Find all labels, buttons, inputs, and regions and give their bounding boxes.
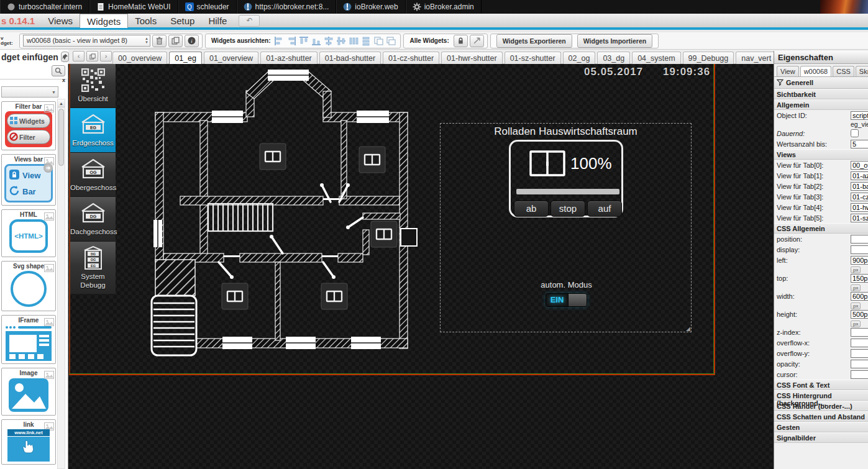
shutter-stop-button[interactable]: stop bbox=[550, 201, 585, 217]
widgets-export-button[interactable]: Widgets Exportieren bbox=[496, 34, 572, 48]
px-unit-button[interactable]: px bbox=[851, 321, 861, 327]
property-input[interactable] bbox=[851, 161, 868, 170]
widget-card-image[interactable]: Image bbox=[1, 368, 56, 416]
auto-mode-toggle[interactable]: EIN bbox=[546, 293, 587, 307]
property-input[interactable] bbox=[851, 360, 868, 368]
view-tab-01-cz-shutter[interactable]: 01-cz-shutter bbox=[383, 52, 439, 64]
properties-section[interactable]: CSS Schatten und Abstand bbox=[774, 411, 868, 422]
browser-tab[interactable]: Qschleuder bbox=[178, 0, 237, 14]
widget-card-link[interactable]: linkwww.link.net bbox=[1, 419, 56, 465]
menu-views[interactable]: Views bbox=[41, 14, 80, 28]
properties-tab-skript[interactable]: Skript bbox=[856, 66, 868, 76]
prev-view-button[interactable]: ‹ bbox=[73, 51, 85, 61]
properties-section[interactable]: Allgemein bbox=[774, 99, 868, 110]
floor-nav-dachgeschoss[interactable]: DGDachgeschoss bbox=[70, 197, 116, 241]
property-checkbox[interactable] bbox=[851, 129, 859, 137]
widgets-import-button[interactable]: Widgets Importieren bbox=[577, 34, 652, 48]
property-input[interactable] bbox=[851, 310, 868, 319]
properties-section[interactable]: Sichtbarkeit bbox=[774, 89, 868, 99]
pin-button[interactable] bbox=[61, 52, 69, 62]
properties-group-generell[interactable]: Generell bbox=[774, 77, 868, 89]
browser-tab[interactable]: HomeMatic WebUI bbox=[89, 0, 178, 14]
property-input[interactable] bbox=[851, 182, 868, 191]
property-input[interactable] bbox=[851, 370, 868, 379]
properties-section[interactable]: CSS Hintergrund (background-... bbox=[774, 390, 868, 401]
scrollbar-thumb[interactable] bbox=[58, 109, 64, 166]
px-unit-button[interactable]: px bbox=[851, 303, 861, 309]
properties-tab-view[interactable]: View bbox=[777, 66, 799, 76]
property-input[interactable] bbox=[851, 256, 868, 265]
align-bottom-icon[interactable] bbox=[311, 35, 322, 47]
view-tab-00_overview[interactable]: 00_overview bbox=[112, 52, 167, 64]
center-vertical-icon[interactable] bbox=[323, 35, 334, 47]
properties-section[interactable]: Views bbox=[774, 149, 868, 160]
properties-section[interactable]: CSS Font & Text bbox=[774, 380, 868, 390]
same-width-icon[interactable] bbox=[373, 35, 384, 47]
delete-widget-button[interactable] bbox=[152, 35, 167, 47]
widget-card-filter[interactable]: Filter barWidgetsFilter bbox=[1, 101, 56, 150]
widget-card-html[interactable]: HTML<HTML> bbox=[1, 209, 56, 257]
floorplan-shutter-button[interactable] bbox=[371, 221, 397, 247]
browser-tab[interactable]: https://iobroker.net:8... bbox=[237, 0, 337, 14]
menu-setup[interactable]: Setup bbox=[163, 14, 201, 28]
view-tab-01_eg[interactable]: 01_eg bbox=[169, 52, 202, 64]
copy-view-button[interactable] bbox=[86, 51, 98, 61]
distribute-vertical-icon[interactable] bbox=[360, 35, 372, 47]
view-tab-02_og[interactable]: 02_og bbox=[563, 52, 596, 64]
view-tab-01-az-shutter[interactable]: 01-az-shutter bbox=[260, 52, 318, 64]
property-input[interactable] bbox=[851, 171, 868, 180]
align-top-icon[interactable] bbox=[298, 35, 309, 47]
view-tab-01-hwr-shutter[interactable]: 01-hwr-shutter bbox=[441, 52, 503, 64]
view-tab-03_dg[interactable]: 03_dg bbox=[597, 52, 630, 64]
same-height-icon[interactable] bbox=[385, 35, 396, 47]
floorplan-shutter-button[interactable] bbox=[321, 283, 347, 309]
floorplan-shutter-button[interactable] bbox=[222, 283, 248, 309]
shutter-progress-bar[interactable] bbox=[516, 189, 619, 194]
floor-nav-obergeschoss[interactable]: OGObergeschoss bbox=[70, 153, 116, 197]
undo-button[interactable]: ↶ bbox=[239, 15, 260, 27]
widget-card-svg[interactable]: Svg shape bbox=[1, 261, 56, 311]
floor-nav-system-debugg[interactable]: DGOGEGSystemDebugg bbox=[70, 242, 116, 295]
all-widgets-external-button[interactable] bbox=[470, 35, 484, 47]
center-horizontal-icon[interactable] bbox=[336, 35, 347, 47]
property-input[interactable] bbox=[851, 292, 868, 301]
resize-handle[interactable]: ◢ bbox=[686, 326, 690, 332]
browser-tab[interactable]: ioBroker.web bbox=[336, 0, 405, 14]
properties-section[interactable]: CSS Allgemein bbox=[774, 223, 868, 234]
browser-tab[interactable]: turboschalter.intern bbox=[0, 0, 89, 14]
all-widgets-lock-button[interactable] bbox=[454, 35, 468, 47]
property-input[interactable] bbox=[851, 214, 868, 222]
view-tab-01-bad-shutter[interactable]: 01-bad-shutter bbox=[319, 52, 381, 64]
view-tab-nav_vert[interactable]: nav_vert bbox=[736, 52, 777, 64]
floor-nav-übersicht[interactable]: Übersicht bbox=[70, 64, 116, 108]
copy-widget-button[interactable] bbox=[168, 35, 183, 47]
browser-tab[interactable]: ioBroker.admin bbox=[406, 0, 482, 14]
search-button[interactable] bbox=[52, 65, 65, 76]
scroll-up-icon[interactable]: ▲ bbox=[58, 99, 65, 107]
floorplan-shutter-button[interactable] bbox=[359, 147, 385, 173]
property-input[interactable] bbox=[851, 111, 868, 120]
view-tab-04_system[interactable]: 04_system bbox=[632, 52, 680, 64]
widget-list-scrollbar[interactable]: ▲ bbox=[57, 99, 65, 469]
widget-filter-select[interactable]: ▼ bbox=[1, 86, 58, 98]
view-tab-01_overview[interactable]: 01_overview bbox=[204, 52, 258, 64]
info-widget-button[interactable]: i bbox=[185, 35, 199, 47]
view-tab-99_Debugg[interactable]: 99_Debugg bbox=[683, 52, 734, 64]
px-unit-button[interactable]: px bbox=[851, 266, 861, 273]
property-input[interactable] bbox=[851, 245, 868, 254]
menu-hilfe[interactable]: Hilfe bbox=[201, 14, 234, 28]
widget-card-views[interactable]: Views barViewBar➜ bbox=[1, 154, 56, 206]
widget-card-iframe[interactable]: IFrame bbox=[1, 315, 56, 364]
toggle-knob[interactable] bbox=[568, 294, 587, 306]
distribute-horizontal-icon[interactable] bbox=[348, 35, 359, 47]
property-input[interactable] bbox=[851, 203, 868, 212]
shutter-ab-button[interactable]: ab bbox=[514, 201, 549, 217]
property-input[interactable] bbox=[851, 328, 868, 337]
properties-section[interactable]: Signalbilder bbox=[774, 432, 868, 443]
menu-tools[interactable]: Tools bbox=[128, 14, 163, 28]
align-right-icon[interactable] bbox=[286, 35, 297, 47]
property-input[interactable] bbox=[851, 274, 868, 283]
widget-select[interactable]: w00068 (basic - view in widget 8) ▲▼ bbox=[23, 35, 150, 47]
view-tab-01-sz-shutter[interactable]: 01-sz-shutter bbox=[505, 52, 561, 64]
floor-nav-erdgeschoss[interactable]: EGErdgeschoss bbox=[70, 108, 116, 152]
